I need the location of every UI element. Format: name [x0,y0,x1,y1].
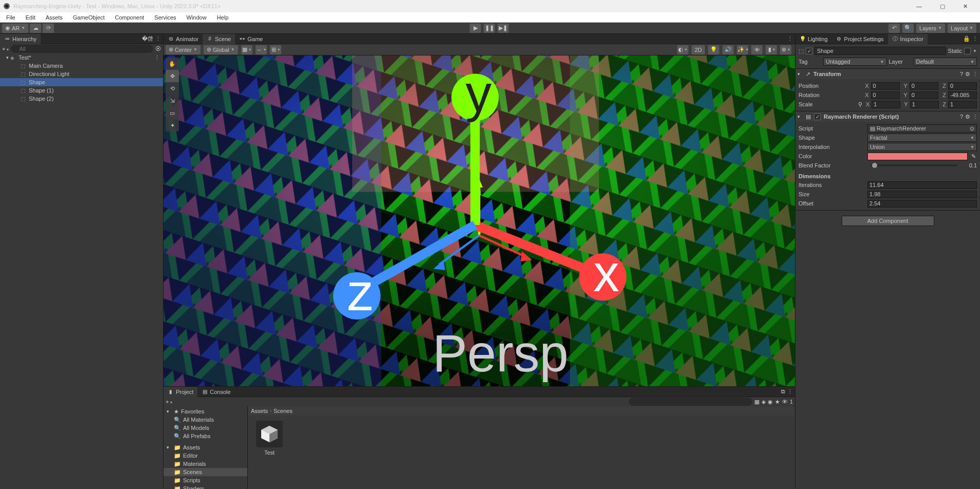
hierarchy-item[interactable]: ⬚Shape (1) [0,86,163,95]
gizmos-dropdown[interactable]: ⊗▾ [780,45,791,54]
tab-scene[interactable]: #Scene [203,34,235,44]
hierarchy-search[interactable] [11,45,153,53]
scene-viewport[interactable]: ✋ ✥ ⟲ ⇲ ▭ ✦ x y z Persp [164,55,795,386]
maximize-button[interactable]: ▢ [931,0,954,12]
preset-icon[interactable]: ⚙ [965,114,970,120]
undo-history-button[interactable]: ↶ [888,24,900,33]
size-field[interactable] [867,191,977,198]
component-enabled-checkbox[interactable]: ✓ [814,114,821,120]
filter-type-icon[interactable]: ◈ [761,399,766,405]
space-mode-dropdown[interactable]: ⊛Global ▼ [204,45,238,54]
camera-dropdown[interactable]: ▮▾ [766,45,777,54]
position-y-field[interactable] [910,82,938,90]
offset-field[interactable] [867,200,977,208]
tab-lighting[interactable]: 💡Lighting [795,34,832,44]
audio-toggle[interactable]: 🔊 [722,45,734,54]
lighting-toggle[interactable]: 💡 [708,45,719,54]
preset-icon[interactable]: ⚙ [965,71,970,78]
static-dropdown[interactable]: ▼ [973,49,977,53]
pivot-mode-dropdown[interactable]: ⊕Center ▼ [166,45,201,54]
version-control-button[interactable]: ⟳ [43,24,54,33]
menu-window[interactable]: Window [183,13,211,22]
menu-file[interactable]: File [2,13,20,22]
folder-item[interactable]: 📁 Shaders [164,484,247,489]
grid-visibility-dropdown[interactable]: ⊞▾ [270,45,281,54]
crumb-leaf[interactable]: Scenes [274,408,293,414]
folder-item[interactable]: 📁 Materials [164,460,247,468]
static-checkbox[interactable] [964,48,971,54]
asset-item[interactable]: Test [253,421,286,456]
scale-y-field[interactable] [910,101,939,108]
search-button[interactable]: 🔍 [902,24,914,33]
account-dropdown[interactable]: ◉ AR ▼ [2,24,28,33]
color-field[interactable] [867,153,968,160]
hidden-toggle-icon[interactable]: 👁 [782,399,788,405]
tag-dropdown[interactable]: Untagged▼ [823,58,887,66]
search-mode-icon[interactable]: ▦ [754,399,759,405]
minimize-button[interactable]: — [908,0,931,12]
hierarchy-popout-icon[interactable]: �啓 [142,35,153,43]
tab-console[interactable]: ▤Console [197,387,234,397]
scene-root[interactable]: ▾◈Test*⋮ [0,53,163,62]
menu-gameobject[interactable]: GameObject [69,13,109,22]
rotation-y-field[interactable] [910,91,938,99]
grid-snap-dropdown[interactable]: ▦▾ [241,45,252,54]
rotation-x-field[interactable] [871,91,900,99]
iterations-field[interactable] [867,181,977,189]
folder-item[interactable]: 📁 Editor [164,452,247,460]
script-field[interactable]: ▤ RaymarchRenderer⊙ [867,124,977,133]
active-checkbox[interactable]: ✓ [806,48,812,54]
visibility-toggle[interactable]: 👁 [751,45,763,54]
favorite-item[interactable]: 🔍 All Materials [164,416,247,424]
favorite-item[interactable]: 🔍 All Models [164,424,247,432]
crumb-root[interactable]: Assets [251,408,268,414]
tab-inspector[interactable]: ⓘInspector [888,34,928,44]
close-button[interactable]: ✕ [954,0,977,12]
add-component-button[interactable]: Add Component [842,216,934,226]
raymarch-header[interactable]: ▾▤ ✓ Raymarch Renderer (Script) ?⚙⋮ [795,111,980,122]
position-x-field[interactable] [871,82,900,90]
step-button[interactable]: ▶❚ [498,24,509,33]
help-icon[interactable]: ? [960,71,963,78]
filter-label-icon[interactable]: ◉ [768,399,773,405]
hierarchy-item[interactable]: ⬚Shape (2) [0,95,163,103]
inspector-menu-icon[interactable]: ⋮ [972,35,978,42]
menu-component[interactable]: Component [111,13,148,22]
snap-increment-dropdown[interactable]: ↔▾ [256,45,267,54]
interpolation-dropdown[interactable]: Union▼ [867,143,977,151]
layers-dropdown[interactable]: Layers ▼ [916,24,945,33]
transform-header[interactable]: ▾↗ Transform ?⚙⋮ [795,69,980,79]
draw-mode-dropdown[interactable]: ◐▾ [677,45,688,54]
tab-hierarchy[interactable]: ≔Hierarchy [0,34,41,44]
orientation-gizmo[interactable]: x y z Persp [164,60,791,386]
tab-project-settings[interactable]: ⚙Project Settings [832,34,888,44]
blend-slider[interactable] [870,164,957,166]
save-search-icon[interactable]: ★ [775,399,780,405]
tab-animator[interactable]: ⧉Animator [164,34,203,44]
cloud-button[interactable]: ☁ [30,24,41,33]
menu-assets[interactable]: Assets [42,13,67,22]
assets-header[interactable]: ▾📁 Assets [164,443,247,452]
scale-x-field[interactable] [872,101,900,108]
position-z-field[interactable] [948,82,977,90]
shape-dropdown[interactable]: Fractal▼ [867,134,977,142]
menu-services[interactable]: Services [150,13,180,22]
inspector-lock-icon[interactable]: 🔒 [963,35,970,42]
folder-item[interactable]: 📁 Scripts [164,476,247,484]
favorites-header[interactable]: ▾★ Favorites [164,407,247,416]
rotation-z-field[interactable] [948,91,977,99]
layer-dropdown[interactable]: Default▼ [914,58,977,66]
project-search[interactable] [629,398,752,406]
fx-dropdown[interactable]: ✨▾ [737,45,748,54]
component-menu-icon[interactable]: ⋮ [972,71,978,78]
create-dropdown[interactable]: + ▾ [2,46,9,52]
tab-game[interactable]: 👓Game [235,34,267,44]
hierarchy-item[interactable]: ⬚Main Camera [0,62,163,70]
component-menu-icon[interactable]: ⋮ [972,114,978,120]
project-popout-icon[interactable]: ⧉ [781,388,785,395]
menu-help[interactable]: Help [213,13,233,22]
object-picker-icon[interactable]: ⊙ [970,125,974,132]
play-button[interactable]: ▶ [470,24,481,33]
layout-dropdown[interactable]: Layout ▼ [948,24,976,33]
hierarchy-menu-icon[interactable]: ⋮ [155,35,161,42]
